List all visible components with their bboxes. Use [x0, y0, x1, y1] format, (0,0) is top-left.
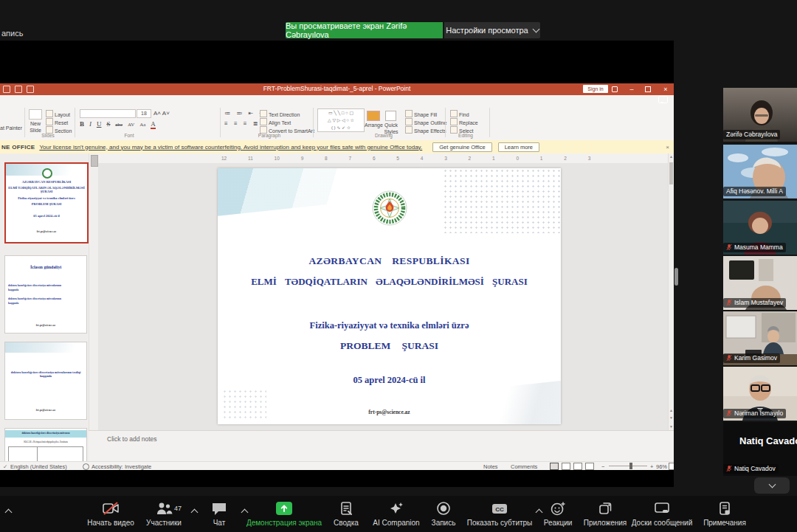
text-direction-button[interactable]: Text Direction	[260, 110, 300, 117]
zoom-toolbar: Начать видео Участники 47 Чат Демонстрац…	[0, 496, 797, 532]
minimize-button[interactable]: –	[625, 83, 638, 94]
participant-tile-masuma[interactable]: Masuma Mamma	[723, 201, 797, 255]
font-style-buttons[interactable]: B I U S abc AV Aa A	[80, 120, 159, 128]
participant-tile-afiq-active-speaker[interactable]: Afiq Həsənov. Milli A	[723, 145, 797, 198]
participants-icon	[155, 501, 173, 516]
summary-icon	[339, 501, 353, 516]
slide-thumbnail-3[interactable]: doktora hazırlığı üzrə dissertasiya mövz…	[4, 342, 87, 420]
notes-toggle[interactable]: Notes	[483, 463, 498, 470]
align-text-button[interactable]: Align Text	[260, 118, 291, 125]
zoom-in-button[interactable]: +	[650, 463, 653, 470]
reading-view-icon[interactable]	[573, 463, 582, 470]
grow-shrink-font-buttons[interactable]: A˄ A˅	[153, 110, 170, 117]
group-label-editing: Editing	[449, 133, 483, 138]
record-icon	[436, 501, 451, 516]
slideshow-view-icon[interactable]	[585, 463, 594, 470]
bold-button[interactable]: B	[80, 120, 84, 128]
participant-tile-nariman[interactable]: Nəriman İsmayılo	[723, 367, 797, 421]
participant-tile-natiq-video-off[interactable]: Natiq Cavadov Natiq Cavadov	[723, 422, 797, 476]
get-genuine-office-button[interactable]: Get genuine Office	[432, 142, 491, 152]
view-settings-button[interactable]: Настройки просмотра	[444, 22, 540, 38]
clear-formatting-button[interactable]: abc	[115, 122, 123, 128]
share-screen-button[interactable]: Демонстрация экрана	[238, 501, 331, 527]
comments-toggle[interactable]: Comments	[511, 463, 537, 470]
slide-sorter-view-icon[interactable]	[562, 463, 570, 470]
collapse-video-strip-button[interactable]	[754, 477, 790, 494]
format-painter-button[interactable]: at Painter	[0, 125, 22, 131]
thumbnail-scrollbar[interactable]	[89, 153, 99, 461]
fit-to-window-icon[interactable]	[669, 463, 674, 470]
font-name-combobox[interactable]	[80, 109, 136, 118]
muted-mic-icon	[726, 299, 732, 306]
zoom-out-button[interactable]: −	[601, 463, 604, 470]
muted-mic-icon	[726, 410, 732, 417]
slide-scrollbar[interactable]: ▲ ▲ ▼ ▼	[668, 153, 674, 430]
find-button[interactable]: Find	[450, 110, 469, 117]
summary-button[interactable]: Сводка	[327, 501, 365, 527]
warning-message: Your license isn't genuine, and you may …	[39, 144, 422, 151]
audio-options-chevron-icon[interactable]	[5, 509, 13, 517]
muted-mic-icon	[726, 354, 732, 362]
participant-tile-islam[interactable]: Islam Mustafayev	[723, 256, 797, 310]
slide-editing-canvas[interactable]: AZƏRBAYCAN RESPUBLİKASI ELMİ TƏDQİQATLAR…	[98, 163, 668, 430]
align-buttons[interactable]: ≡ ≡ ≡ ≣	[224, 120, 260, 127]
zoom-meeting-window: апись Вы просматриваете экран Zərifə Cəb…	[0, 0, 797, 532]
close-button[interactable]: ×	[659, 83, 672, 94]
shape-outline-button[interactable]: Shape Outline	[405, 118, 446, 125]
warning-close-icon[interactable]: ×	[666, 144, 669, 151]
slide-thumbnail-4[interactable]: doktora hazırlığı üzrə dissertasiya mövz…	[4, 428, 87, 461]
underline-button[interactable]: U	[97, 120, 102, 128]
participants-button[interactable]: Участники	[134, 501, 193, 527]
participant-tile-zarifa[interactable]: Zərifə Cəbrayılova	[723, 88, 797, 142]
ai-companion-button[interactable]: AI Companion	[367, 501, 426, 527]
participant-name-label: Masuma Mamma	[723, 243, 786, 252]
normal-view-icon[interactable]	[550, 463, 559, 470]
slide[interactable]: AZƏRBAYCAN RESPUBLİKASI ELMİ TƏDQİQATLAR…	[218, 168, 561, 424]
new-slide-button[interactable]: New Slide	[27, 120, 44, 134]
slide-date: 05 aprel 2024-cü il	[218, 375, 561, 386]
decor-dots-topright	[443, 168, 561, 233]
strikethrough-button[interactable]: S	[106, 120, 110, 128]
participant-tile-karim[interactable]: Karim Gasimov	[723, 311, 797, 365]
chat-button[interactable]: Чат	[201, 501, 238, 527]
restore-button[interactable]	[641, 83, 655, 94]
arrange-icon	[367, 111, 380, 121]
chevron-down-icon	[532, 26, 539, 33]
reset-button[interactable]: Reset	[46, 118, 68, 125]
ribbon: at Painter New Slide Layout Reset Sectio…	[0, 106, 674, 141]
language-status[interactable]: English (United States)	[10, 463, 67, 470]
character-spacing-button[interactable]: AV	[128, 122, 134, 128]
ribbon-display-options-button[interactable]	[608, 83, 621, 94]
genuine-office-warning-bar: NE OFFICE Your license isn't genuine, an…	[0, 140, 674, 154]
viewing-screen-banner: Вы просматриваете экран Zərifə Cəbrayılo…	[286, 22, 443, 38]
learn-more-button[interactable]: Learn more	[498, 142, 539, 152]
sign-in-button[interactable]: Sign in	[583, 85, 608, 93]
notes-pane[interactable]: Click to add notes	[89, 430, 674, 462]
spellcheck-icon[interactable]: ✓	[3, 463, 7, 470]
italic-button[interactable]: I	[89, 120, 92, 128]
layout-button[interactable]: Layout	[46, 110, 70, 117]
shape-fill-button[interactable]: Shape Fill	[405, 110, 437, 117]
captions-button[interactable]: CC Показать субтитры	[454, 501, 545, 527]
chat-icon	[211, 501, 227, 516]
ai-companion-icon	[389, 501, 404, 516]
change-case-button[interactable]: Aa	[139, 122, 145, 128]
reactions-button[interactable]: Реакции	[534, 501, 582, 527]
muted-mic-icon	[726, 243, 732, 251]
zoom-slider[interactable]	[609, 466, 647, 466]
annotations-button[interactable]: Примечания	[697, 501, 752, 527]
participant-name-label: Afiq Həsənov. Milli A	[723, 187, 786, 196]
font-size-combobox[interactable]: 18	[137, 109, 151, 118]
slide-thumbnail-1[interactable]: AZƏRBAYCAN RESPUBLİKASI ELMİ TƏDQİQATLAR…	[4, 162, 89, 243]
zoom-percentage[interactable]: 96%	[656, 463, 667, 470]
slide-thumbnail-2[interactable]: İclasın gündəliyi doktora hazırlığı üzrə…	[4, 255, 87, 334]
font-color-button[interactable]: A	[151, 120, 156, 129]
shapes-gallery[interactable]: ▭ ╲ ╲ □ ○ ▢ △ ▽ ▷ ◁ ○ ☆ ( ) ∿ ✓ ☆	[317, 108, 365, 132]
accessibility-status[interactable]: Accessibility: Investigate	[92, 463, 151, 470]
comments-bubble-icon[interactable]	[658, 96, 668, 103]
replace-button[interactable]: Replace	[450, 118, 478, 125]
emblem-mini	[42, 168, 52, 179]
shape-effects-button[interactable]: Shape Effects	[405, 126, 446, 134]
whiteboards-button[interactable]: Доски сообщений	[624, 501, 700, 527]
panel-resize-handle[interactable]	[674, 268, 678, 286]
